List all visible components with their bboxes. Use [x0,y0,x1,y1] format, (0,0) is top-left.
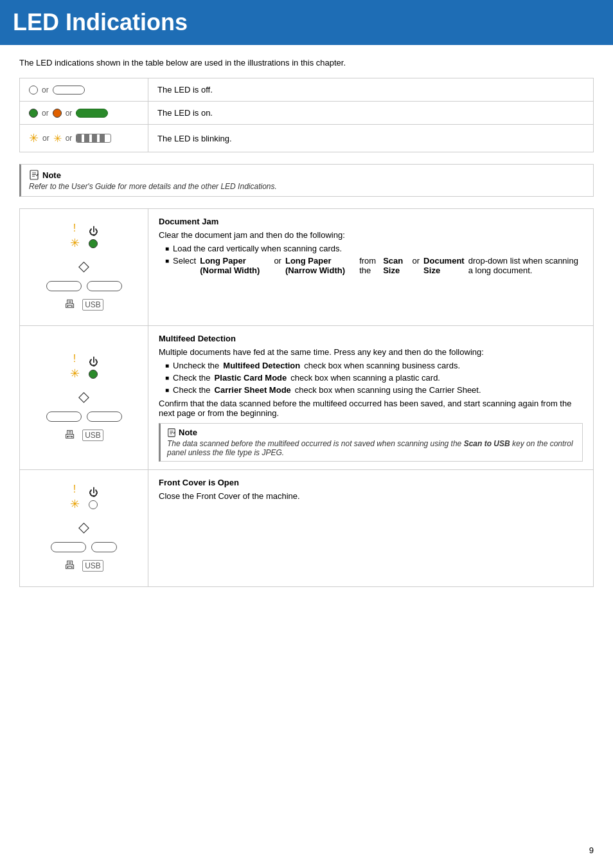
inner-note-title: Note [167,428,576,437]
device-diagram-document-jam: ! ✳ ⏻ ◇ [20,209,148,326]
slot-left-2 [46,411,82,422]
scan-diamond-icon: ◇ [78,258,89,274]
led-blink-icon-cell: ✳ or ✳ or [20,125,148,152]
led-circle-on-orange [53,109,62,118]
base-icon-left: 🖷 [64,298,76,311]
error-led-blink-2: ! [73,354,76,364]
power-led-on-2 [89,370,98,379]
led-on-icon-cell: or or [20,102,148,125]
error-row-front-cover: ! ✳ ⏻ ◇ [20,470,594,587]
blink-star-3: ✳ [70,497,80,511]
led-off-row: or The LED is off. [20,78,594,102]
note-title: Note [29,170,585,180]
list-item: Select Long Paper (Normal Width) or Long… [165,256,583,275]
blink-star-2: ✳ [70,366,80,381]
power-led-off-3 [89,500,98,509]
slot-right-3 [91,542,117,552]
led-off-description: The LED is off. [148,78,594,102]
blink-icon-2: ✳ [53,132,62,145]
error-row-document-jam: ! ✳ ⏻ ◇ [20,209,594,326]
led-circle-on-green [29,109,38,118]
device-diagram-front-cover: ! ✳ ⏻ ◇ [20,470,148,587]
main-note-box: Note Refer to the User's Guide for more … [19,164,594,197]
page-header: LED Indications [0,0,613,45]
blink-icon-1: ✳ [29,131,39,145]
error-led-blink-3: ! [73,484,76,494]
error-desc-multifeed: Multifeed Detection Multiple documents h… [148,326,594,470]
led-on-description: The LED is on. [148,102,594,125]
power-icon-3: ⏻ [89,487,98,498]
power-led-on [89,239,98,248]
error-desc-document-jam: Document Jam Clear the document jam and … [148,209,594,326]
scan-diamond-icon-3: ◇ [78,519,89,535]
error-title-multifeed: Multifeed Detection [159,334,583,343]
slot-left-3 [51,542,86,552]
led-circle-off [29,86,38,95]
error-led-blink: ! [73,223,76,233]
device-diagram-multifeed: ! ✳ ⏻ ◇ [20,326,148,470]
blink-star-1: ✳ [70,236,80,250]
base-icon-left-3: 🖷 [64,559,76,572]
slot-left [46,281,82,291]
led-off-icon-cell: or [20,78,148,102]
error-list-document-jam: Load the card vertically when scanning c… [159,244,583,275]
inner-note-multifeed: Note The data scanned before the multife… [159,423,583,462]
error-table: ! ✳ ⏻ ◇ [19,208,594,587]
page-number: 9 [589,845,594,855]
usb-icon-right-3: USB [82,560,103,572]
slot-right-2 [87,411,122,422]
power-icon-2: ⏻ [89,356,98,367]
note-icon [29,170,39,180]
inner-note-icon [167,428,176,437]
list-item: Load the card vertically when scanning c… [165,244,583,253]
list-item: Uncheck the Multifeed Detection check bo… [165,361,583,370]
inner-note-text: The data scanned before the multifeed oc… [167,439,576,457]
error-row-multifeed: ! ✳ ⏻ ◇ [20,326,594,470]
led-pill-off [53,86,85,95]
page-title: LED Indications [13,9,600,36]
note-text: Refer to the User's Guide for more detai… [29,182,585,191]
error-desc-front-cover: Front Cover is Open Close the Front Cove… [148,470,594,587]
led-blink-description: The LED is blinking. [148,125,594,152]
error-list-multifeed: Uncheck the Multifeed Detection check bo… [159,361,583,395]
led-legend-table: or The LED is off. or or [19,78,594,152]
led-pill-on [76,109,108,118]
error-title-document-jam: Document Jam [159,217,583,226]
power-icon: ⏻ [89,226,98,237]
scan-diamond-icon-2: ◇ [78,388,89,404]
usb-icon-right: USB [82,299,103,311]
intro-text: The LED indications shown in the table b… [19,58,594,68]
led-on-row: or or The LED is on. [20,102,594,125]
list-item: Check the Carrier Sheet Mode check box w… [165,385,583,395]
led-blink-row: ✳ or ✳ or [20,125,594,152]
slot-right [87,281,122,291]
blink-pill [76,134,111,143]
base-icon-left-2: 🖷 [64,428,76,442]
usb-icon-right-2: USB [82,429,103,441]
error-title-front-cover: Front Cover is Open [159,478,583,487]
list-item: Check the Plastic Card Mode check box wh… [165,373,583,383]
